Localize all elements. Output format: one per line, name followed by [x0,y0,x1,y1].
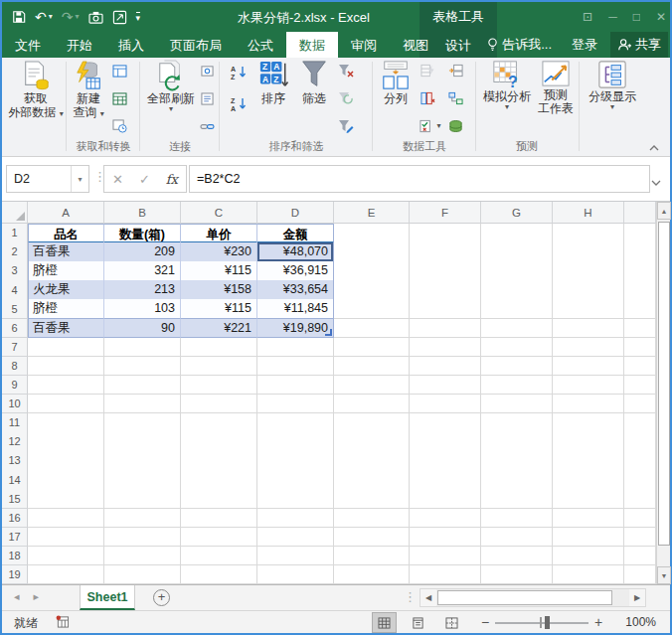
tab-home[interactable]: 开始 [54,32,105,58]
cell-B5[interactable]: 103 [104,299,181,319]
cell-A3[interactable]: 脐橙 [28,261,104,281]
cell-E7[interactable] [334,338,410,358]
close-button[interactable]: ✕ [656,10,666,24]
cell-A15[interactable] [28,489,104,509]
row-header-7[interactable]: 7 [2,338,28,358]
cell-F14[interactable] [410,470,481,490]
cell-B6[interactable]: 90 [104,319,181,339]
table-resize-handle[interactable] [325,329,332,336]
reapply-filter-button[interactable] [336,89,356,107]
cell-H4[interactable] [553,280,624,300]
cell-C19[interactable] [181,565,257,584]
cell-I10[interactable] [624,395,656,414]
expand-formula-bar-button[interactable] [651,173,661,191]
cell-I4[interactable] [624,280,656,300]
column-header-A[interactable]: A [28,202,104,224]
cell-C7[interactable] [181,338,257,358]
cell-D3[interactable]: ¥36,915 [257,261,334,281]
cell-G16[interactable] [481,509,553,529]
cell-D12[interactable] [257,432,334,452]
cell-G3[interactable] [481,261,553,281]
cell-A4[interactable]: 火龙果 [28,280,104,300]
cell-G15[interactable] [481,489,553,509]
scroll-right-button[interactable]: ▶ [629,589,645,606]
cell-G2[interactable] [481,242,553,262]
cell-H3[interactable] [553,261,624,281]
cell-E4[interactable] [334,280,410,300]
cell-F4[interactable] [410,280,481,300]
cell-D8[interactable] [257,357,334,377]
ribbon-display-options-button[interactable]: ⊡ [583,10,592,24]
qat-customize-button[interactable]: ▾ [136,12,141,23]
cell-B4[interactable]: 213 [104,280,181,300]
cell-F1[interactable] [410,224,481,243]
tab-insert[interactable]: 插入 [105,32,157,58]
cell-F16[interactable] [410,509,481,529]
cell-G1[interactable] [481,224,553,243]
row-header-4[interactable]: 4 [2,280,28,300]
cell-B11[interactable] [104,413,181,433]
cell-E11[interactable] [334,413,410,433]
cell-I9[interactable] [624,376,656,396]
undo-dropdown-icon[interactable]: ▾ [49,13,53,21]
remove-duplicates-button[interactable] [418,89,437,107]
cell-H14[interactable] [553,470,624,490]
from-table-button[interactable] [109,89,129,107]
column-header-C[interactable]: C [181,202,257,224]
row-header-10[interactable]: 10 [2,395,28,414]
refresh-all-button[interactable]: 全部刷新 ▾ [147,60,195,113]
touch-mode-button[interactable] [112,10,127,25]
cell-B17[interactable] [104,528,181,548]
cell-C3[interactable]: ¥115 [181,261,257,281]
cell-C16[interactable] [181,509,257,529]
cell-E1[interactable] [334,224,410,243]
cell-G13[interactable] [481,451,553,471]
cell-I19[interactable] [624,565,656,584]
cell-F11[interactable] [410,413,481,433]
cell-H19[interactable] [553,565,624,584]
camera-button[interactable] [88,11,103,24]
row-header-5[interactable]: 5 [2,299,28,319]
cell-B16[interactable] [104,509,181,529]
cell-A1[interactable]: 品名 [28,224,104,243]
consolidate-button[interactable] [445,62,465,79]
cell-G14[interactable] [481,470,553,490]
sheet-nav-right-icon[interactable]: ▸ [34,590,54,602]
cell-I12[interactable] [624,432,656,452]
zoom-level[interactable]: 100% [616,615,656,629]
cell-H9[interactable] [553,376,624,396]
cell-C15[interactable] [181,489,257,509]
maximize-button[interactable]: □ [633,10,640,24]
scroll-up-button[interactable]: ▲ [657,202,671,220]
cell-G9[interactable] [481,376,553,396]
scroll-left-button[interactable]: ◀ [420,589,436,606]
cell-H6[interactable] [553,319,624,339]
tell-me-button[interactable]: 告诉我... [480,32,559,58]
cell-E10[interactable] [334,395,410,414]
outline-button[interactable]: 分级显示 ▾ [587,60,638,111]
row-header-2[interactable]: 2 [2,242,28,262]
cell-E6[interactable] [334,319,410,339]
cell-A10[interactable] [28,395,104,414]
row-header-19[interactable]: 19 [2,565,28,584]
cell-H18[interactable] [553,547,624,566]
cell-B13[interactable] [104,451,181,471]
zoom-slider-thumb[interactable] [545,616,550,629]
properties-button[interactable] [197,89,217,107]
cell-B10[interactable] [104,395,181,414]
cell-C13[interactable] [181,451,257,471]
vertical-scroll-thumb[interactable] [658,222,670,546]
save-button[interactable] [12,10,26,24]
cell-G11[interactable] [481,413,553,433]
cell-I14[interactable] [624,470,656,490]
cell-B8[interactable] [104,357,181,377]
redo-dropdown-icon[interactable]: ▾ [75,13,79,21]
cell-G12[interactable] [481,432,553,452]
new-query-button[interactable]: 新建 查询 ▾ [70,60,107,119]
minimize-button[interactable]: ─ [608,10,617,24]
data-validation-button[interactable]: ▾ [418,117,443,135]
cell-A19[interactable] [28,565,104,584]
cell-G17[interactable] [481,528,553,548]
cell-G8[interactable] [481,357,553,377]
row-header-14[interactable]: 14 [2,470,28,490]
